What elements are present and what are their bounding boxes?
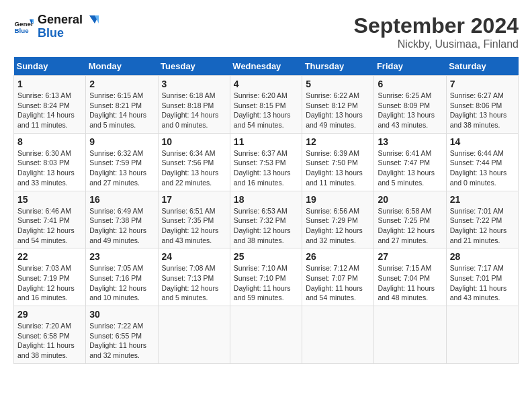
sunrise-text: Sunrise: 6:44 AM <box>450 148 515 158</box>
day-number: 17 <box>162 194 226 205</box>
sunrise-text: Sunrise: 6:37 AM <box>234 148 298 158</box>
daylight-text: Daylight: 13 hours and 38 minutes. <box>450 110 515 130</box>
sunrise-text: Sunrise: 6:49 AM <box>89 206 154 216</box>
day-number: 15 <box>17 194 82 205</box>
day-number: 24 <box>162 251 226 262</box>
sunset-text: Sunset: 8:06 PM <box>450 101 515 111</box>
table-row: 4 Sunrise: 6:20 AM Sunset: 8:15 PM Dayli… <box>230 76 302 134</box>
sunrise-text: Sunrise: 6:27 AM <box>450 91 515 101</box>
week-row-2: 8 Sunrise: 6:30 AM Sunset: 8:03 PM Dayli… <box>14 133 519 191</box>
table-row: 25 Sunrise: 7:10 AM Sunset: 7:10 PM Dayl… <box>230 248 302 306</box>
table-row: 9 Sunrise: 6:32 AM Sunset: 7:59 PM Dayli… <box>86 133 158 191</box>
day-info: Sunrise: 6:44 AM Sunset: 7:44 PM Dayligh… <box>450 148 515 188</box>
day-number: 12 <box>306 136 370 147</box>
week-row-3: 15 Sunrise: 6:46 AM Sunset: 7:41 PM Dayl… <box>14 191 519 248</box>
day-info: Sunrise: 6:39 AM Sunset: 7:50 PM Dayligh… <box>306 148 370 188</box>
sunrise-text: Sunrise: 6:30 AM <box>17 148 82 158</box>
table-row <box>302 306 374 364</box>
sunrise-text: Sunrise: 7:20 AM <box>17 321 82 331</box>
table-row: 2 Sunrise: 6:15 AM Sunset: 8:21 PM Dayli… <box>86 76 158 134</box>
table-row: 18 Sunrise: 6:53 AM Sunset: 7:32 PM Dayl… <box>230 191 302 248</box>
daylight-text: Daylight: 13 hours and 16 minutes. <box>234 168 298 187</box>
col-monday: Monday <box>86 57 158 76</box>
day-number: 10 <box>162 136 226 147</box>
sunset-text: Sunset: 8:18 PM <box>162 101 226 111</box>
sunrise-text: Sunrise: 7:15 AM <box>378 263 442 273</box>
table-row: 23 Sunrise: 7:05 AM Sunset: 7:16 PM Dayl… <box>86 248 158 306</box>
day-number: 26 <box>306 251 370 262</box>
day-number: 29 <box>17 309 82 320</box>
daylight-text: Daylight: 11 hours and 38 minutes. <box>17 340 82 360</box>
day-info: Sunrise: 6:15 AM Sunset: 8:21 PM Dayligh… <box>89 91 154 130</box>
sunset-text: Sunset: 7:53 PM <box>234 158 298 168</box>
sunrise-text: Sunrise: 7:05 AM <box>89 263 154 273</box>
calendar-header-row: Sunday Monday Tuesday Wednesday Thursday… <box>14 57 519 76</box>
day-info: Sunrise: 6:22 AM Sunset: 8:12 PM Dayligh… <box>306 91 370 130</box>
table-row: 16 Sunrise: 6:49 AM Sunset: 7:38 PM Dayl… <box>86 191 158 248</box>
sunset-text: Sunset: 7:29 PM <box>306 216 370 226</box>
sunrise-text: Sunrise: 7:12 AM <box>306 263 370 273</box>
sunrise-text: Sunrise: 6:22 AM <box>306 91 370 101</box>
day-number: 13 <box>378 136 442 147</box>
sunset-text: Sunset: 8:24 PM <box>17 101 82 111</box>
sunrise-text: Sunrise: 6:25 AM <box>378 91 442 101</box>
table-row: 27 Sunrise: 7:15 AM Sunset: 7:04 PM Dayl… <box>374 248 446 306</box>
sunset-text: Sunset: 8:09 PM <box>378 101 442 111</box>
sunset-text: Sunset: 7:07 PM <box>306 273 370 283</box>
day-info: Sunrise: 7:08 AM Sunset: 7:13 PM Dayligh… <box>162 263 226 303</box>
table-row: 6 Sunrise: 6:25 AM Sunset: 8:09 PM Dayli… <box>374 76 446 134</box>
sunrise-text: Sunrise: 6:34 AM <box>162 148 226 158</box>
col-wednesday: Wednesday <box>230 57 302 76</box>
sunset-text: Sunset: 6:58 PM <box>17 331 82 341</box>
day-info: Sunrise: 7:15 AM Sunset: 7:04 PM Dayligh… <box>378 263 442 303</box>
daylight-text: Daylight: 13 hours and 33 minutes. <box>17 168 82 187</box>
table-row: 24 Sunrise: 7:08 AM Sunset: 7:13 PM Dayl… <box>158 248 230 306</box>
col-sunday: Sunday <box>14 57 86 76</box>
day-info: Sunrise: 7:10 AM Sunset: 7:10 PM Dayligh… <box>234 263 298 303</box>
col-friday: Friday <box>374 57 446 76</box>
day-number: 3 <box>162 79 226 89</box>
table-row: 11 Sunrise: 6:37 AM Sunset: 7:53 PM Dayl… <box>230 133 302 191</box>
sunrise-text: Sunrise: 6:39 AM <box>306 148 370 158</box>
day-info: Sunrise: 6:41 AM Sunset: 7:47 PM Dayligh… <box>378 148 442 188</box>
table-row: 7 Sunrise: 6:27 AM Sunset: 8:06 PM Dayli… <box>446 76 518 134</box>
sunset-text: Sunset: 7:16 PM <box>89 273 154 283</box>
sunrise-text: Sunrise: 6:13 AM <box>17 91 82 101</box>
table-row <box>230 306 302 364</box>
sunrise-text: Sunrise: 6:18 AM <box>162 91 226 101</box>
day-info: Sunrise: 6:46 AM Sunset: 7:41 PM Dayligh… <box>17 206 82 246</box>
table-row: 28 Sunrise: 7:17 AM Sunset: 7:01 PM Dayl… <box>446 248 518 306</box>
sunrise-text: Sunrise: 7:22 AM <box>89 321 154 331</box>
day-number: 4 <box>234 79 298 89</box>
day-info: Sunrise: 6:49 AM Sunset: 7:38 PM Dayligh… <box>89 206 154 246</box>
sunset-text: Sunset: 7:32 PM <box>234 216 298 226</box>
sunset-text: Sunset: 7:50 PM <box>306 158 370 168</box>
sunset-text: Sunset: 7:59 PM <box>89 158 154 168</box>
day-info: Sunrise: 7:05 AM Sunset: 7:16 PM Dayligh… <box>89 263 154 303</box>
day-info: Sunrise: 7:22 AM Sunset: 6:55 PM Dayligh… <box>89 321 154 361</box>
daylight-text: Daylight: 12 hours and 16 minutes. <box>17 283 82 303</box>
daylight-text: Daylight: 11 hours and 54 minutes. <box>306 283 370 303</box>
sunrise-text: Sunrise: 6:58 AM <box>378 206 442 216</box>
day-number: 22 <box>17 251 82 262</box>
day-number: 16 <box>89 194 154 205</box>
day-number: 11 <box>234 136 298 147</box>
day-number: 8 <box>17 136 82 147</box>
day-number: 28 <box>450 251 515 262</box>
daylight-text: Daylight: 12 hours and 5 minutes. <box>162 283 226 303</box>
col-thursday: Thursday <box>302 57 374 76</box>
table-row: 30 Sunrise: 7:22 AM Sunset: 6:55 PM Dayl… <box>86 306 158 364</box>
table-row <box>374 306 446 364</box>
sunrise-text: Sunrise: 6:15 AM <box>89 91 154 101</box>
sunset-text: Sunset: 7:01 PM <box>450 273 515 283</box>
day-number: 25 <box>234 251 298 262</box>
daylight-text: Daylight: 14 hours and 5 minutes. <box>89 110 154 130</box>
sunset-text: Sunset: 8:12 PM <box>306 101 370 111</box>
daylight-text: Daylight: 13 hours and 11 minutes. <box>306 168 370 187</box>
daylight-text: Daylight: 12 hours and 54 minutes. <box>17 226 82 245</box>
daylight-text: Daylight: 14 hours and 0 minutes. <box>162 110 226 130</box>
logo-line2: Blue <box>38 27 83 40</box>
sunset-text: Sunset: 7:56 PM <box>162 158 226 168</box>
daylight-text: Daylight: 12 hours and 38 minutes. <box>234 226 298 245</box>
sunrise-text: Sunrise: 7:01 AM <box>450 206 515 216</box>
